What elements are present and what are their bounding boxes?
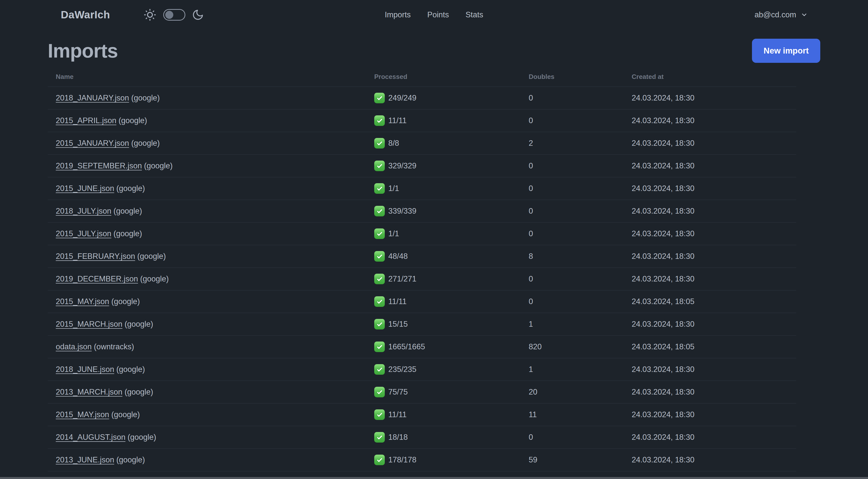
file-source: (google): [138, 274, 168, 283]
table-header-row: NameProcessedDoublesCreated at: [48, 68, 796, 87]
cell-name: 2015_JULY.json (google): [48, 222, 366, 245]
cell-doubles: 2: [521, 132, 624, 155]
processed-count: 75/75: [388, 388, 408, 396]
table-row: 2015_JULY.json (google)1/1024.03.2024, 1…: [48, 222, 796, 245]
cell-created-at: 24.03.2024, 18:30: [624, 449, 796, 471]
cell-processed: 271/271: [366, 268, 521, 290]
navbar: DaWarIch Imports Points Stats ab@cd.com: [0, 0, 868, 30]
check-mark-icon: [374, 160, 385, 171]
column-header: Name: [48, 68, 366, 87]
processed-count: 18/18: [388, 433, 408, 442]
file-source: (google): [129, 93, 160, 102]
nav-link-points[interactable]: Points: [427, 10, 449, 19]
check-mark-icon: [374, 251, 385, 262]
table-row: 2019_DECEMBER.json (google)271/271024.03…: [48, 268, 796, 290]
file-link[interactable]: 2015_JULY.json: [56, 229, 111, 238]
check-mark-icon: [374, 138, 385, 149]
table-row: 2015_APRIL.json (google)11/11024.03.2024…: [48, 109, 796, 132]
file-source: (google): [142, 161, 173, 170]
app-logo[interactable]: DaWarIch: [61, 9, 110, 21]
file-link[interactable]: 2014_AUGUST.json: [56, 433, 125, 442]
file-link[interactable]: 2015_MARCH.json: [56, 320, 122, 328]
cell-doubles: 1: [521, 358, 624, 381]
file-source: (google): [109, 410, 140, 419]
cell-processed: 1/1: [366, 177, 521, 200]
file-link[interactable]: 2018_JUNE.json: [56, 365, 114, 374]
cell-created-at: 24.03.2024, 18:30: [624, 426, 796, 449]
cell-created-at: 24.03.2024, 18:30: [624, 222, 796, 245]
cell-doubles: 0: [521, 426, 624, 449]
file-link[interactable]: 2013_MARCH.json: [56, 388, 122, 396]
table-row: 2015_JANUARY.json (google)8/8224.03.2024…: [48, 132, 796, 155]
check-mark-icon: [374, 409, 385, 420]
check-mark-icon: [374, 93, 385, 103]
table-row: odata.json (owntracks)1665/166582024.03.…: [48, 335, 796, 358]
cell-name: 2015_MARCH.json (google): [48, 313, 366, 335]
file-link[interactable]: 2015_MAY.json: [56, 410, 109, 419]
file-link[interactable]: odata.json: [56, 342, 92, 351]
cell-processed: 75/75: [366, 381, 521, 403]
check-mark-icon: [374, 387, 385, 397]
file-link[interactable]: 2015_JANUARY.json: [56, 139, 129, 148]
cell-created-at: 24.03.2024, 18:30: [624, 381, 796, 403]
check-mark-icon: [374, 183, 385, 194]
new-import-button[interactable]: New import: [752, 39, 820, 63]
table-body: 2018_JANUARY.json (google)249/249024.03.…: [48, 87, 796, 479]
file-link[interactable]: 2015_MAY.json: [56, 297, 109, 306]
file-source: (google): [122, 320, 153, 328]
file-link[interactable]: 2013_JUNE.json: [56, 455, 114, 464]
cell-doubles: 0: [521, 268, 624, 290]
file-link[interactable]: 2015_FEBRUARY.json: [56, 252, 135, 261]
file-source: (owntracks): [92, 342, 134, 351]
cell-processed: 329/329: [366, 155, 521, 177]
page-header: Imports New import: [48, 39, 820, 63]
cell-processed: 11/11: [366, 403, 521, 426]
file-source: (google): [125, 433, 156, 442]
table-row: 2015_MAY.json (google)11/11024.03.2024, …: [48, 290, 796, 313]
file-source: (google): [122, 388, 153, 396]
check-mark-icon: [374, 455, 385, 465]
file-source: (google): [135, 252, 166, 261]
cell-name: 2015_APRIL.json (google): [48, 109, 366, 132]
file-link[interactable]: 2015_APRIL.json: [56, 116, 116, 125]
cell-created-at: 24.03.2024, 18:30: [624, 109, 796, 132]
cell-created-at: 24.03.2024, 18:30: [624, 177, 796, 200]
user-menu[interactable]: ab@cd.com: [754, 10, 808, 19]
check-mark-icon: [374, 229, 385, 239]
cell-created-at: 24.03.2024, 18:30: [624, 403, 796, 426]
cell-name: 2018_JULY.json (google): [48, 200, 366, 222]
file-link[interactable]: 2018_JULY.json: [56, 207, 111, 215]
file-source: (google): [111, 207, 142, 215]
cell-doubles: 20: [521, 381, 624, 403]
processed-count: 249/249: [388, 93, 416, 102]
cell-doubles: 0: [521, 177, 624, 200]
table-row: 2015_MAY.json (google)11/111124.03.2024,…: [48, 403, 796, 426]
processed-count: 1/1: [388, 184, 399, 193]
check-mark-icon: [374, 206, 385, 216]
theme-switch-knob: [165, 11, 173, 19]
window-bottom-edge: [0, 477, 868, 479]
table-row: 2015_FEBRUARY.json (google)48/48824.03.2…: [48, 245, 796, 268]
nav-link-stats[interactable]: Stats: [465, 10, 483, 19]
cell-doubles: 11: [521, 403, 624, 426]
cell-processed: 8/8: [366, 132, 521, 155]
theme-switch[interactable]: [163, 9, 185, 21]
cell-processed: 48/48: [366, 245, 521, 268]
file-source: (google): [111, 229, 142, 238]
cell-doubles: 0: [521, 87, 624, 109]
cell-processed: 1665/1665: [366, 335, 521, 358]
file-source: (google): [114, 455, 145, 464]
table-row: 2018_JUNE.json (google)235/235124.03.202…: [48, 358, 796, 381]
cell-created-at: 24.03.2024, 18:30: [624, 200, 796, 222]
file-link[interactable]: 2019_SEPTEMBER.json: [56, 161, 142, 170]
file-source: (google): [114, 365, 145, 374]
file-link[interactable]: 2018_JANUARY.json: [56, 93, 129, 102]
nav-link-imports[interactable]: Imports: [385, 10, 411, 19]
table-row: 2013_JUNE.json (google)178/1785924.03.20…: [48, 449, 796, 471]
file-source: (google): [114, 184, 145, 193]
file-link[interactable]: 2015_JUNE.json: [56, 184, 114, 193]
file-link[interactable]: 2019_DECEMBER.json: [56, 274, 138, 283]
cell-name: 2013_JUNE.json (google): [48, 449, 366, 471]
processed-count: 8/8: [388, 139, 399, 148]
cell-doubles: 0: [521, 109, 624, 132]
